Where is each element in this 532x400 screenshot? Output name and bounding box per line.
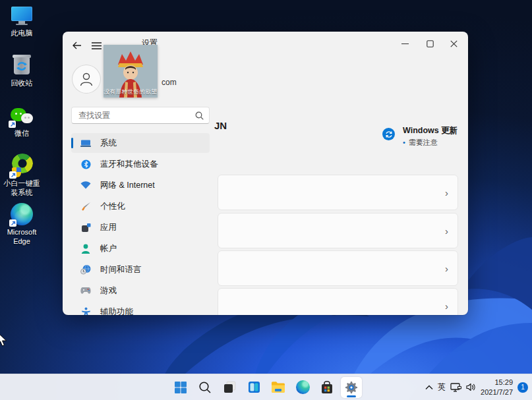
task-view-icon <box>223 380 237 394</box>
minimize-button[interactable] <box>394 36 415 51</box>
settings-row[interactable]: › <box>218 175 458 210</box>
sidebar-item-accounts[interactable]: 帐户 <box>71 239 210 258</box>
wechat-icon <box>10 104 34 128</box>
person-icon <box>78 71 95 88</box>
time-language-icon <box>80 264 91 275</box>
windows-update-icon <box>382 128 395 140</box>
recycle-bin-icon <box>10 54 34 78</box>
shortcut-arrow-icon <box>9 171 16 179</box>
tray-chevron-up[interactable] <box>425 385 433 390</box>
shortcut-arrow-icon <box>9 219 16 227</box>
windows-update-title: Windows 更新 <box>403 125 458 136</box>
personalization-icon <box>80 201 91 212</box>
network-tray-icon[interactable] <box>450 383 461 392</box>
chevron-up-icon <box>425 385 433 390</box>
speaker-icon <box>466 383 476 391</box>
device-name-heading: JN <box>214 120 227 131</box>
photo-caption: 没有那种世俗的欲望 <box>103 88 158 96</box>
sidebar-item-personalization[interactable]: 个性化 <box>71 196 210 216</box>
edge-button[interactable] <box>292 377 313 398</box>
sidebar-item-system[interactable]: 系统 <box>71 133 210 153</box>
sidebar-item-gaming[interactable]: 游戏 <box>71 281 210 300</box>
settings-gear-icon <box>345 381 358 394</box>
taskbar: 英 15:29 2021/7/27 1 <box>0 374 532 400</box>
edge-icon <box>10 202 34 227</box>
xiaobai-reinstall-icon <box>10 153 34 178</box>
network-icon <box>450 383 461 392</box>
profile-email: com <box>162 78 177 87</box>
this-pc-icon <box>10 4 34 28</box>
close-button[interactable] <box>443 36 464 51</box>
maximize-button[interactable] <box>419 36 440 51</box>
taskbar-search-button[interactable] <box>194 377 216 398</box>
settings-row[interactable]: › <box>218 213 458 248</box>
profile-avatar[interactable] <box>72 65 101 94</box>
accessibility-icon <box>80 306 91 315</box>
search-icon <box>195 111 204 120</box>
sidebar-item-accessibility[interactable]: 辅助功能 <box>71 302 210 315</box>
chevron-right-icon: › <box>445 300 448 312</box>
desktop-icon-wechat[interactable]: 微信 <box>1 104 42 138</box>
sidebar-item-bluetooth[interactable]: 蓝牙和其他设备 <box>71 154 210 174</box>
desktop-icon-label: 微信 <box>15 129 29 138</box>
gaming-icon <box>80 285 91 296</box>
settings-taskbar-button[interactable] <box>341 377 362 398</box>
search-placeholder: 查找设置 <box>78 110 195 121</box>
hamburger-menu-button[interactable] <box>89 40 103 51</box>
chevron-right-icon: › <box>445 263 448 274</box>
desktop-icon-label: 此电脑 <box>11 29 33 38</box>
start-button[interactable] <box>170 377 191 398</box>
widgets-button[interactable] <box>243 377 264 398</box>
windows-logo-icon <box>173 380 188 395</box>
sidebar-item-time-language[interactable]: 时间和语言 <box>71 260 210 279</box>
system-tray: 英 15:29 2021/7/27 1 <box>425 378 528 397</box>
bluetooth-icon <box>80 159 91 169</box>
task-view-button[interactable] <box>219 377 240 398</box>
windows-update-status: 需要注意 <box>403 138 438 148</box>
widgets-icon <box>247 380 261 394</box>
search-input[interactable]: 查找设置 <box>71 107 210 124</box>
desktop-icon-label: Microsoft Edge <box>1 228 42 246</box>
tray-clock[interactable]: 15:29 2021/7/27 <box>481 378 513 397</box>
settings-window: 设置 <box>63 32 468 315</box>
desktop: 此电脑 回收站 <box>0 0 532 400</box>
settings-row[interactable]: › <box>218 250 458 286</box>
settings-row[interactable]: › <box>218 288 458 315</box>
edge-icon <box>296 380 310 394</box>
desktop-icon-this-pc[interactable]: 此电脑 <box>1 4 42 38</box>
search-icon <box>198 381 212 394</box>
apps-icon <box>80 222 91 233</box>
chevron-right-icon: › <box>445 225 448 237</box>
store-button[interactable] <box>316 377 338 398</box>
mouse-cursor <box>0 331 8 349</box>
desktop-icon-label: 回收站 <box>11 79 33 88</box>
shortcut-arrow-icon <box>9 121 16 128</box>
chevron-right-icon: › <box>445 187 448 198</box>
volume-tray-icon[interactable] <box>466 383 476 391</box>
system-icon <box>80 138 91 148</box>
tray-date: 2021/7/27 <box>481 387 513 397</box>
tray-time: 15:29 <box>481 378 513 387</box>
network-icon <box>80 180 91 190</box>
input-method-indicator[interactable]: 英 <box>438 382 446 393</box>
desktop-icon-xiaobai[interactable]: 小白一键重装系统 <box>1 153 42 198</box>
file-explorer-button[interactable] <box>268 377 289 398</box>
settings-sidebar: 系统 蓝牙和其他设备 网络 & Internet 个性化 <box>63 129 218 315</box>
file-explorer-icon <box>271 381 285 393</box>
notification-badge[interactable]: 1 <box>517 382 528 393</box>
sidebar-item-apps[interactable]: 应用 <box>71 217 210 237</box>
desktop-icon-label: 小白一键重装系统 <box>1 179 42 198</box>
desktop-icon-edge[interactable]: Microsoft Edge <box>1 202 42 246</box>
overlay-photo: 没有那种世俗的欲望 <box>103 45 158 98</box>
sidebar-item-network[interactable]: 网络 & Internet <box>71 175 210 195</box>
accounts-icon <box>80 243 91 254</box>
desktop-icon-recycle-bin[interactable]: 回收站 <box>1 54 42 88</box>
store-icon <box>320 381 334 394</box>
back-button[interactable] <box>69 40 84 51</box>
